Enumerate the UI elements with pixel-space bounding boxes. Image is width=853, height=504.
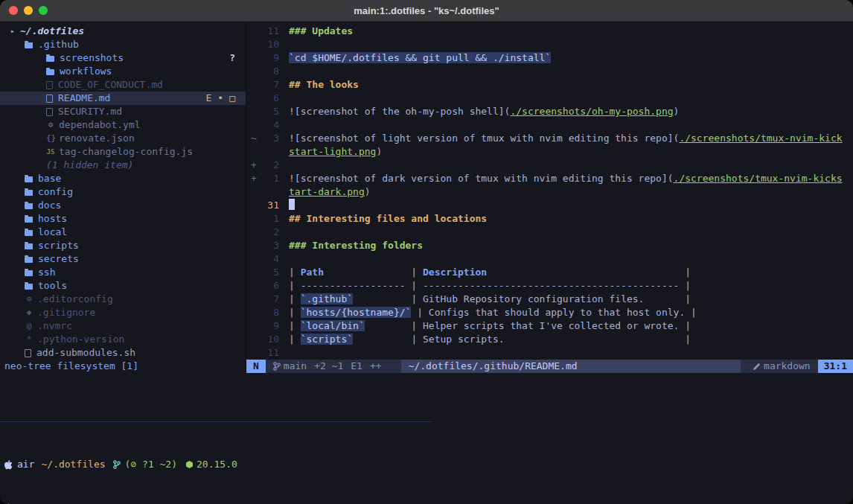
editor-line[interactable]: 11 (246, 346, 853, 360)
tree-item-label: docs (38, 199, 61, 212)
tree-item[interactable]: secrets (0, 252, 246, 266)
line-number: 1 (261, 172, 279, 185)
line-number (261, 145, 279, 159)
editor-lines[interactable]: 11### Updates109`cd $HOME/.dotfiles && g… (246, 22, 853, 360)
folder-icon (25, 243, 33, 249)
line-number: 7 (261, 293, 279, 306)
tree-item[interactable]: scripts (0, 239, 246, 252)
close-button[interactable] (9, 6, 18, 15)
tree-item[interactable]: docs (0, 199, 246, 212)
tree-item[interactable]: ⚙dependabot.yml (0, 118, 246, 132)
tree-item[interactable]: README.mdE•□ (0, 92, 246, 105)
tree-item-label: hosts (38, 212, 67, 226)
gutter-sign (248, 92, 261, 105)
editor-line[interactable]: 3### Interesting folders (246, 239, 853, 252)
line-text: ## Interesting files and locations (289, 212, 487, 226)
tree-item[interactable]: add-submodules.sh (0, 346, 246, 360)
editor-line[interactable]: 9| `local/bin` | Helper scripts that I'v… (246, 319, 853, 333)
line-text: start-light.png) (289, 145, 382, 159)
line-number: 8 (261, 65, 279, 78)
editor-line[interactable]: 7## The looks (246, 78, 853, 92)
shell-pane[interactable]: air ~/.dotfiles (⊘ ?1 ~2) 20.15.0 → (0, 373, 853, 503)
editor-line[interactable]: 10 (246, 38, 853, 51)
gutter-sign (248, 266, 261, 279)
line-text: | `scripts` | Setup scripts. | (289, 333, 691, 346)
line-number: 6 (261, 279, 279, 293)
editor-line[interactable]: start-light.png) (246, 145, 853, 159)
editor-line[interactable]: tart-dark.png) (246, 185, 853, 199)
tree-item[interactable]: (1 hidden item) (0, 159, 246, 172)
traffic-lights (9, 6, 48, 15)
editor-line[interactable]: 2 (246, 226, 853, 239)
tree-item[interactable]: workflows (0, 65, 246, 78)
tree-item[interactable]: @.nvmrc (0, 319, 246, 333)
gutter-sign (248, 51, 261, 65)
folder-icon (25, 176, 33, 182)
extra-segment: ++ (370, 360, 382, 373)
editor-line[interactable]: 6| ------------------ | ----------------… (246, 279, 853, 293)
line-number: 9 (261, 51, 279, 65)
gutter-sign (248, 239, 261, 252)
tree-item-label: secrets (38, 252, 79, 266)
tree-item[interactable]: {}renovate.json (0, 132, 246, 145)
line-text: ### Updates (289, 25, 353, 38)
editor-line[interactable]: 31 (246, 199, 853, 212)
prompt-branch-icon (113, 460, 121, 469)
tree-item[interactable]: base (0, 172, 246, 185)
editor-line[interactable]: 5| Path | Description | (246, 266, 853, 279)
editor-line[interactable]: ~3![screenshot of light version of tmux … (246, 132, 853, 145)
tree-item[interactable]: .github (0, 38, 246, 51)
tree-item[interactable]: ssh (0, 266, 246, 279)
gutter-sign (248, 279, 261, 293)
line-text: ![screenshot of dark version of tmux wit… (289, 172, 843, 185)
branch-icon (273, 362, 281, 371)
line-number: 3 (261, 132, 279, 145)
node-icon (186, 461, 193, 468)
editor-line[interactable]: 1## Interesting files and locations (246, 212, 853, 226)
editor-line[interactable]: 8 (246, 65, 853, 78)
tree-item[interactable]: config (0, 185, 246, 199)
editor-line[interactable]: 8| `hosts/{hostname}/` | Configs that sh… (246, 306, 853, 319)
editor-line[interactable]: 4 (246, 118, 853, 132)
tree-item[interactable]: ⚙.editorconfig (0, 293, 246, 306)
zoom-button[interactable] (39, 6, 48, 15)
line-number: 31 (261, 199, 279, 212)
line-text: `cd $HOME/.dotfiles && git pull && ./ins… (289, 51, 551, 65)
tree-item[interactable]: *.python-version (0, 333, 246, 346)
text-cursor (289, 199, 295, 210)
editor-line[interactable]: 5![screenshot of the oh-my-posh shell](.… (246, 105, 853, 118)
star-icon: * (25, 333, 33, 346)
editor-line[interactable]: +1![screenshot of dark version of tmux w… (246, 172, 853, 185)
tree-item-label: config (38, 185, 73, 199)
tree-item[interactable]: SECURITY.md (0, 105, 246, 118)
tree-item-label: add-submodules.sh (36, 346, 135, 360)
terminal-window: main:1:.dotfiles - "ks~/.dotfiles" ▸ ~/.… (0, 0, 853, 504)
tree-item-label: .github (38, 38, 79, 51)
editor-line[interactable]: 4 (246, 252, 853, 266)
prompt-divider (0, 421, 432, 422)
tree-item-label: README.md (58, 92, 110, 105)
tree-item[interactable]: tools (0, 279, 246, 293)
git-branch-segment: main (273, 360, 307, 373)
tree-item[interactable]: screenshots? (0, 51, 246, 65)
gutter-sign (248, 105, 261, 118)
editor-line[interactable]: +2 (246, 159, 853, 172)
line-text (289, 199, 295, 212)
minimize-button[interactable] (24, 6, 33, 15)
tree-item[interactable]: hosts (0, 212, 246, 226)
editor-line[interactable]: 6 (246, 92, 853, 105)
tree-root[interactable]: ▸ ~/.dotfiles (0, 25, 246, 38)
editor-line[interactable]: 7| `.github` | GitHub Repository configu… (246, 293, 853, 306)
tree-item[interactable]: local (0, 226, 246, 239)
at-icon: @ (25, 319, 33, 333)
folder-icon (25, 284, 33, 290)
tree-item-label: dependabot.yml (59, 118, 141, 132)
tree-item[interactable]: JStag-changelog-config.js (0, 145, 246, 159)
editor-line[interactable]: 10| `scripts` | Setup scripts. | (246, 333, 853, 346)
gutter-sign (248, 252, 261, 266)
tree-item[interactable]: ◆.gitignore (0, 306, 246, 319)
editor-line[interactable]: 11### Updates (246, 25, 853, 38)
line-text: | `hosts/{hostname}/` | Configs that sho… (289, 306, 697, 319)
editor-line[interactable]: 9`cd $HOME/.dotfiles && git pull && ./in… (246, 51, 853, 65)
tree-item[interactable]: CODE_OF_CONDUCT.md (0, 78, 246, 92)
